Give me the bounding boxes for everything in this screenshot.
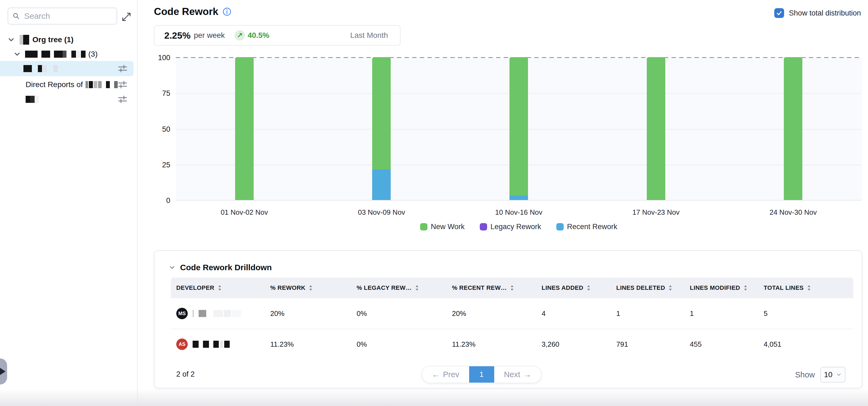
group-count: (3) — [88, 50, 97, 59]
next-button[interactable]: Next → — [494, 366, 541, 382]
table-body: MS20%0%20%4115AS11.23%0%11.23%3,26079145… — [171, 298, 853, 359]
show-total-distribution-label: Show total distribution — [789, 9, 861, 18]
redacted-block — [224, 341, 230, 348]
bar-segment-new-work[interactable] — [647, 57, 665, 200]
sidebar: Org tree (1) (3) Direct Reports of — [0, 0, 137, 406]
redacted-block — [213, 341, 219, 348]
prev-label: Prev — [443, 370, 459, 379]
y-tick-label: 25 — [146, 161, 170, 169]
chevron-down-icon — [168, 264, 176, 271]
sort-icon[interactable] — [587, 284, 591, 291]
legend-item-new-work[interactable]: New Work — [420, 223, 465, 231]
legend-item-legacy-rework[interactable]: Legacy Rework — [480, 223, 541, 231]
redacted-block — [53, 65, 58, 72]
sort-icon[interactable] — [309, 284, 313, 291]
bar-segment-new-work[interactable] — [784, 57, 802, 200]
page-1-button[interactable]: 1 — [469, 366, 494, 382]
sort-icon[interactable] — [743, 284, 748, 291]
member-filter-button[interactable] — [118, 94, 127, 104]
legend-item-recent-rework[interactable]: Recent Rework — [556, 223, 617, 231]
pagination: ← Prev 1 Next → — [422, 366, 541, 383]
column-header-rework[interactable]: % REWORK — [270, 284, 356, 292]
avatar: AS — [176, 339, 188, 350]
sidebar-expand-button[interactable] — [121, 11, 132, 22]
table-cell: 4 — [541, 309, 616, 318]
sort-icon[interactable] — [668, 284, 672, 291]
column-header-lines-added[interactable]: LINES ADDED — [541, 284, 616, 292]
redacted-block — [220, 341, 223, 348]
sidebar-expand-handle[interactable] — [0, 359, 7, 384]
delta-badge: ↗ 40.5% — [235, 30, 269, 40]
x-tick-label: 03 Nov-09 Nov — [346, 208, 417, 216]
search-icon — [12, 12, 20, 20]
redacted-block — [25, 50, 38, 58]
filter-sliders-icon — [118, 95, 127, 104]
bar-segment-new-work[interactable] — [509, 57, 528, 196]
redacted-developer-name — [193, 310, 241, 317]
table-row[interactable]: MS20%0%20%4115 — [171, 298, 853, 329]
show-total-distribution-checkbox[interactable] — [774, 8, 784, 18]
drilldown-card: Code Rework Drilldown DEVELOPER% REWORK%… — [154, 250, 862, 388]
sidebar-item-direct-reports[interactable]: Direct Reports of — [0, 78, 133, 92]
column-header-recent-rew[interactable]: % RECENT REW… — [452, 284, 541, 292]
sidebar-item-member[interactable] — [0, 93, 133, 106]
legend-swatch — [480, 223, 487, 231]
drilldown-header[interactable]: Code Rework Drilldown — [168, 263, 272, 272]
table-cell: 5 — [764, 309, 859, 318]
sidebar-item-selected-team[interactable] — [0, 61, 133, 76]
x-tick-label: 10 Nov-16 Nov — [483, 208, 554, 216]
info-icon[interactable] — [223, 7, 231, 16]
bar-segment-new-work[interactable] — [372, 57, 391, 170]
bar-segment-new-work[interactable] — [235, 57, 254, 200]
column-header-label: TOTAL LINES — [764, 284, 804, 292]
sort-icon[interactable] — [510, 284, 514, 291]
direct-reports-filter-button[interactable] — [118, 80, 127, 90]
chevron-down-icon[interactable] — [7, 36, 15, 44]
redacted-block — [89, 81, 93, 88]
redacted-name — [86, 81, 118, 88]
x-tick-label: 24 Nov-30 Nov — [758, 208, 829, 216]
sort-icon[interactable] — [415, 284, 419, 291]
prev-button[interactable]: ← Prev — [422, 366, 469, 382]
sort-icon[interactable] — [218, 284, 222, 291]
column-header-total-lines[interactable]: TOTAL LINES — [764, 284, 859, 292]
redacted-block — [114, 81, 118, 88]
rework-rate-card: 2.25% per week ↗ 40.5% Last Month — [154, 25, 401, 46]
rework-rate-unit: per week — [194, 31, 225, 40]
y-tick-label: 50 — [146, 125, 170, 134]
team-filter-button[interactable] — [118, 64, 127, 73]
y-tick-label: 75 — [146, 89, 170, 98]
bar-segment-recent-rework[interactable] — [372, 170, 391, 200]
org-logo-redacted — [20, 35, 29, 45]
legend-label: Recent Rework — [567, 223, 617, 231]
redacted-block — [24, 65, 32, 72]
sidebar-item-group[interactable]: (3) — [13, 48, 97, 60]
chevron-down-icon — [836, 372, 842, 378]
column-header-legacy-rew[interactable]: % LEGACY REW… — [356, 284, 452, 292]
trend-up-icon: ↗ — [235, 30, 245, 40]
column-header-developer[interactable]: DEVELOPER — [176, 284, 270, 292]
page-title: Code Rework — [154, 6, 231, 18]
show-label: Show — [795, 370, 815, 379]
redacted-block — [203, 341, 209, 348]
row-count: 2 of 2 — [176, 370, 195, 378]
redacted-block — [94, 81, 97, 88]
table-cell: 11.23% — [270, 340, 356, 348]
redacted-block — [232, 310, 241, 317]
redacted-block — [38, 65, 42, 72]
bar-segment-recent-rework[interactable] — [509, 196, 528, 200]
search-input[interactable] — [24, 11, 112, 21]
column-header-label: % LEGACY REW… — [356, 284, 412, 292]
direct-reports-label: Direct Reports of — [26, 80, 83, 89]
column-header-lines-deleted[interactable]: LINES DELETED — [616, 284, 690, 292]
sort-icon[interactable] — [807, 284, 811, 291]
drilldown-title: Code Rework Drilldown — [180, 263, 272, 272]
sidebar-item-org-tree[interactable]: Org tree (1) — [7, 34, 73, 46]
page-size-select[interactable]: 10 — [820, 367, 845, 382]
table-row[interactable]: AS11.23%0%11.23%3,2607914554,051 — [171, 329, 853, 359]
table-cell: 1 — [616, 309, 690, 318]
search-box — [8, 8, 117, 25]
column-header-lines-modified[interactable]: LINES MODIFIED — [690, 284, 764, 292]
x-tick-label: 17 Nov-23 Nov — [621, 208, 691, 216]
chevron-down-icon[interactable] — [13, 50, 21, 58]
